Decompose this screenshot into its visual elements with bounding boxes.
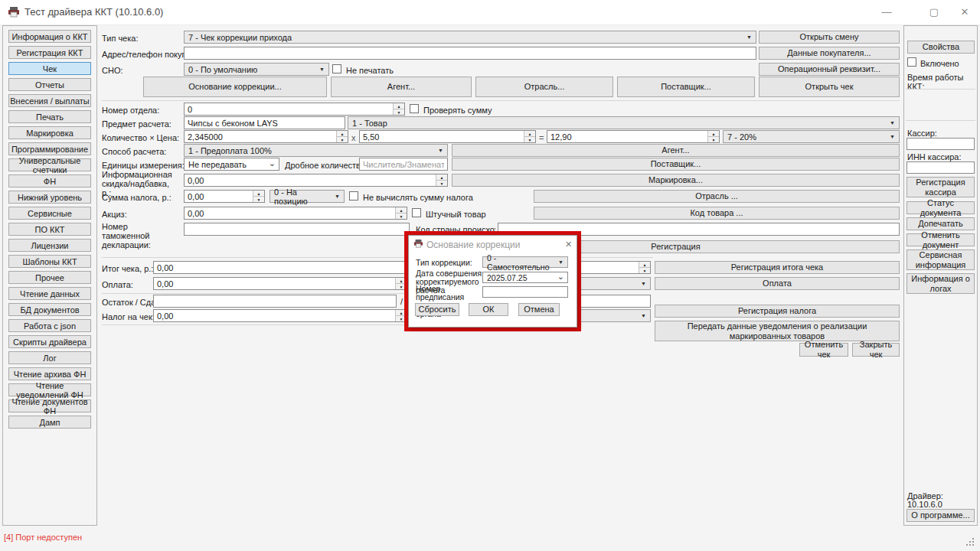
maximize-icon[interactable]: ▢ <box>920 1 948 23</box>
service-info-button[interactable]: Сервисная информация <box>906 249 975 270</box>
buyer-address-input[interactable] <box>188 49 753 58</box>
sno-combo[interactable]: 0 - По умолчанию ▼ <box>184 63 329 76</box>
spin-down-icon[interactable]: ▼ <box>639 267 650 273</box>
cashier-input[interactable] <box>910 139 971 148</box>
spin-down-icon[interactable]: ▼ <box>394 109 404 115</box>
reprint-button[interactable]: Допечатать <box>906 217 975 230</box>
spin-down-icon[interactable]: ▼ <box>708 136 719 142</box>
spin-up-icon[interactable]: ▲ <box>394 103 404 109</box>
tax-sum-spinner[interactable]: 0,00 ▲▼ <box>184 190 265 203</box>
fraction-input[interactable] <box>363 160 444 169</box>
resize-grip-icon[interactable] <box>966 537 975 546</box>
agent-button-top[interactable]: Агент... <box>331 77 472 97</box>
open-shift-button[interactable]: Открыть смену <box>759 31 900 44</box>
sidebar-item[interactable]: Печать <box>8 110 91 123</box>
minimize-icon[interactable]: — <box>873 1 900 23</box>
receipt-tax-spinner[interactable]: 0,00 ▲▼ <box>153 309 407 322</box>
spin-down-icon[interactable]: ▼ <box>524 136 535 142</box>
payment-spinner[interactable]: 0,00 ▲▼ <box>153 277 407 290</box>
supplier-button[interactable]: Поставщик... <box>452 158 900 171</box>
dialog-cancel-button[interactable]: Отмена <box>518 303 560 316</box>
quantity-spinner[interactable]: 2,345000 ▲▼ <box>184 130 348 143</box>
sidebar-item[interactable]: Универсальные счетчики <box>8 158 91 171</box>
sidebar-item[interactable]: Чтение данных <box>8 287 91 300</box>
subject-input[interactable] <box>188 119 341 128</box>
check-sum-checkbox[interactable] <box>410 104 419 113</box>
spinner-buttons[interactable]: ▲▼ <box>436 174 447 186</box>
spin-up-icon[interactable]: ▲ <box>337 131 348 136</box>
enabled-checkbox[interactable] <box>907 57 916 67</box>
operational-attr-button[interactable]: Операционный реквизит... <box>759 63 900 76</box>
department-spinner[interactable]: 0 ▲▼ <box>184 103 405 116</box>
register-tax-button[interactable]: Регистрация налога <box>655 305 900 318</box>
sidebar-item[interactable]: БД документов <box>8 303 91 316</box>
properties-button[interactable]: Свойства <box>907 41 975 54</box>
dialog-reset-button[interactable]: Сбросить <box>415 303 459 316</box>
spin-down-icon[interactable]: ▼ <box>436 180 447 186</box>
sidebar-item[interactable]: Регистрация ККТ <box>8 46 91 59</box>
price-spinner[interactable]: 5,50 ▲▼ <box>359 130 536 143</box>
no-calc-tax-checkbox[interactable] <box>349 191 358 201</box>
buyer-data-button[interactable]: Данные покупателя... <box>759 47 900 60</box>
spinner-buttons[interactable]: ▲▼ <box>707 131 719 142</box>
sum-spinner[interactable]: 12,90 ▲▼ <box>547 130 720 143</box>
spin-up-icon[interactable]: ▲ <box>253 191 264 196</box>
spinner-buttons[interactable]: ▲▼ <box>253 191 264 202</box>
tax-mode-combo[interactable]: 0 - На позицию ▼ <box>270 190 345 203</box>
correction-date-picker[interactable]: 2025.07.25 ⌄ <box>482 272 568 283</box>
spinner-buttons[interactable]: ▲▼ <box>393 103 404 115</box>
sidebar-item[interactable]: Программирование <box>8 142 91 155</box>
sidebar-item[interactable]: Шаблоны ККТ <box>8 255 91 268</box>
customs-input[interactable] <box>188 225 406 234</box>
sidebar-item[interactable]: Дамп <box>8 416 91 429</box>
sidebar-item[interactable]: Отчеты <box>8 78 91 91</box>
spinner-buttons[interactable]: ▲▼ <box>524 131 535 142</box>
sidebar-item[interactable]: Чек <box>8 62 91 75</box>
tax-rate-combo[interactable]: 7 - 20% ▼ <box>723 130 900 143</box>
cashier-inn-input[interactable] <box>910 163 971 172</box>
spinner-buttons[interactable]: ▲▼ <box>395 207 407 219</box>
spin-up-icon[interactable]: ▲ <box>524 131 535 136</box>
sidebar-item[interactable]: Прочее <box>8 271 91 284</box>
cancel-receipt-button[interactable]: Отменить чек <box>799 343 848 357</box>
spin-up-icon[interactable]: ▲ <box>708 131 719 136</box>
doc-status-button[interactable]: Статус документа <box>906 201 975 214</box>
payment-method-combo[interactable]: 1 - Предоплата 100% ▼ <box>184 144 448 157</box>
spin-up-icon[interactable]: ▲ <box>639 262 650 267</box>
sidebar-item[interactable]: Внесения / выплаты <box>8 94 91 107</box>
register-total-button[interactable]: Регистрация итога чека <box>655 261 900 274</box>
piece-goods-checkbox[interactable] <box>412 208 421 217</box>
close-receipt-button[interactable]: Закрыть чек <box>852 343 900 357</box>
dialog-close-icon[interactable]: ✕ <box>565 240 572 249</box>
sidebar-item[interactable]: Чтение уведомлений ФН <box>8 383 91 396</box>
payment-button[interactable]: Оплата <box>655 277 900 290</box>
log-info-button[interactable]: Информация о логах <box>906 273 975 294</box>
discount-spinner[interactable]: 0,00 ▲▼ <box>184 174 448 187</box>
close-icon[interactable]: ✕ <box>951 1 978 23</box>
industry-button[interactable]: Отрасль ... <box>534 190 900 203</box>
sidebar-item[interactable]: Маркировка <box>8 126 91 139</box>
prescription-input[interactable] <box>486 288 564 297</box>
sidebar-item[interactable]: Чтение архива ФН <box>8 367 91 380</box>
sidebar-item[interactable]: Лицензии <box>8 239 91 252</box>
excise-spinner[interactable]: 0,00 ▲▼ <box>184 207 407 220</box>
sidebar-item[interactable]: Информация о ККТ <box>8 30 91 43</box>
spin-down-icon[interactable]: ▼ <box>253 196 264 202</box>
sidebar-item[interactable]: ПО ККТ <box>8 223 91 236</box>
spinner-buttons[interactable]: ▲▼ <box>639 262 650 273</box>
spin-up-icon[interactable]: ▲ <box>396 207 407 213</box>
dialog-ok-button[interactable]: ОК <box>469 303 508 316</box>
supplier-button-top[interactable]: Поставщик... <box>617 77 755 97</box>
sidebar-item[interactable]: Лог <box>8 351 91 364</box>
agent-button[interactable]: Агент... <box>452 144 900 157</box>
sidebar-item[interactable]: Нижний уровень <box>8 191 91 204</box>
correction-basis-button[interactable]: Основание коррекции... <box>143 77 327 97</box>
register-cashier-button[interactable]: Регистрация кассира <box>906 177 975 197</box>
spin-up-icon[interactable]: ▲ <box>436 174 447 180</box>
spinner-buttons[interactable]: ▲▼ <box>336 131 348 142</box>
no-print-checkbox[interactable] <box>332 64 341 73</box>
sidebar-item[interactable]: Сервисные <box>8 207 91 220</box>
cancel-doc-button[interactable]: Отменить документ <box>906 233 975 246</box>
industry-button-top[interactable]: Отрасль... <box>475 77 613 97</box>
correction-type-combo[interactable]: 0 - Самостоятельно ▼ <box>482 256 568 268</box>
